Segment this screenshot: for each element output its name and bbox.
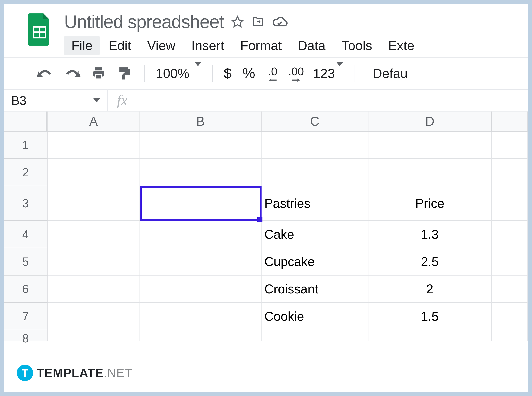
zoom-dropdown[interactable]: 100% xyxy=(152,64,205,83)
row-header-5[interactable]: 5 xyxy=(4,248,47,275)
cell-A6[interactable] xyxy=(47,275,140,303)
document-title[interactable]: Untitled spreadsheet xyxy=(64,11,224,32)
cell-C1[interactable] xyxy=(262,132,368,159)
menu-bar: File Edit View Insert Format Data Tools … xyxy=(64,36,517,55)
menu-format[interactable]: Format xyxy=(233,36,289,55)
cell-B7[interactable] xyxy=(140,303,262,330)
more-formats-dropdown[interactable]: 123 xyxy=(309,64,347,83)
cell-A2[interactable] xyxy=(47,159,140,186)
cell-B2[interactable] xyxy=(140,159,262,186)
watermark-text: TEMPLATE.NET xyxy=(37,366,132,380)
column-header-E[interactable] xyxy=(492,111,528,132)
menu-edit[interactable]: Edit xyxy=(101,36,138,55)
name-box-value: B3 xyxy=(11,93,26,108)
cell-B5[interactable] xyxy=(140,248,262,275)
row-header-6[interactable]: 6 xyxy=(4,275,47,303)
row-header-2[interactable]: 2 xyxy=(4,159,47,186)
sheets-logo[interactable] xyxy=(26,11,53,48)
row-header-7[interactable]: 7 xyxy=(4,303,47,330)
chevron-down-icon xyxy=(195,62,201,81)
cell-D2[interactable] xyxy=(368,159,492,186)
format-currency-button[interactable]: $ xyxy=(220,63,235,83)
cell-E3[interactable] xyxy=(492,186,528,221)
star-icon[interactable] xyxy=(231,16,244,28)
menu-view[interactable]: View xyxy=(140,36,183,55)
redo-button[interactable] xyxy=(59,66,86,81)
row-header-3[interactable]: 3 xyxy=(4,186,47,221)
cell-B3-selected[interactable] xyxy=(140,186,262,221)
cell-E8[interactable] xyxy=(492,330,528,341)
cell-A4[interactable] xyxy=(47,221,140,248)
column-header-A[interactable]: A xyxy=(47,111,140,132)
cell-D5[interactable]: 2.5 xyxy=(368,248,492,275)
toolbar-separator xyxy=(354,65,355,82)
cell-B4[interactable] xyxy=(140,221,262,248)
name-box[interactable]: B3 xyxy=(4,90,108,111)
toolbar: 100% $ % .0 .00 123 Defau xyxy=(4,57,528,90)
cell-E5[interactable] xyxy=(492,248,528,275)
cell-C6[interactable]: Croissant xyxy=(262,275,368,303)
cell-C2[interactable] xyxy=(262,159,368,186)
font-dropdown[interactable]: Defau xyxy=(362,64,411,83)
formula-input[interactable] xyxy=(137,90,528,111)
cell-D3[interactable]: Price xyxy=(368,186,492,221)
cell-B1[interactable] xyxy=(140,132,262,159)
cell-E7[interactable] xyxy=(492,303,528,330)
increase-decimal-button[interactable]: .00 xyxy=(283,63,309,84)
cell-E4[interactable] xyxy=(492,221,528,248)
print-button[interactable] xyxy=(86,64,111,82)
cell-D7[interactable]: 1.5 xyxy=(368,303,492,330)
cell-D1[interactable] xyxy=(368,132,492,159)
cell-A5[interactable] xyxy=(47,248,140,275)
cell-E6[interactable] xyxy=(492,275,528,303)
menu-insert[interactable]: Insert xyxy=(184,36,231,55)
menu-data[interactable]: Data xyxy=(291,36,333,55)
select-all-corner[interactable] xyxy=(4,111,47,132)
chevron-down-icon xyxy=(336,62,343,81)
cell-E1[interactable] xyxy=(492,132,528,159)
row-2: 2 xyxy=(4,159,528,186)
row-header-4[interactable]: 4 xyxy=(4,221,47,248)
cell-C7[interactable]: Cookie xyxy=(262,303,368,330)
paint-format-button[interactable] xyxy=(111,64,137,82)
cell-C3[interactable]: Pastries xyxy=(262,186,368,221)
watermark: T TEMPLATE.NET xyxy=(17,365,132,381)
menu-file[interactable]: File xyxy=(64,36,100,55)
cell-D8[interactable] xyxy=(368,330,492,341)
column-header-C[interactable]: C xyxy=(262,111,368,132)
decrease-decimal-button[interactable]: .0 xyxy=(263,63,283,84)
google-sheets-window: Untitled spreadsheet File Edit View Inse… xyxy=(4,4,528,392)
cell-A1[interactable] xyxy=(47,132,140,159)
svg-marker-3 xyxy=(232,16,243,26)
row-8: 8 xyxy=(4,330,528,341)
menu-extensions[interactable]: Exte xyxy=(381,36,422,55)
cell-A7[interactable] xyxy=(47,303,140,330)
row-5: 5 Cupcake 2.5 xyxy=(4,248,528,275)
row-header-1[interactable]: 1 xyxy=(4,132,47,159)
column-header-D[interactable]: D xyxy=(368,111,492,132)
undo-button[interactable] xyxy=(31,66,59,81)
cell-A3[interactable] xyxy=(47,186,140,221)
cell-C8[interactable] xyxy=(262,330,368,341)
increase-decimal-label: .00 xyxy=(288,65,304,78)
chevron-down-icon xyxy=(93,99,100,102)
cell-B8[interactable] xyxy=(140,330,262,341)
cell-C4[interactable]: Cake xyxy=(262,221,368,248)
format-percent-button[interactable]: % xyxy=(235,63,263,83)
menu-tools[interactable]: Tools xyxy=(334,36,379,55)
row-6: 6 Croissant 2 xyxy=(4,275,528,303)
decrease-decimal-label: .0 xyxy=(268,65,277,78)
cell-D6[interactable]: 2 xyxy=(368,275,492,303)
column-header-B[interactable]: B xyxy=(140,111,262,132)
move-folder-icon[interactable] xyxy=(251,16,265,28)
cell-E2[interactable] xyxy=(492,159,528,186)
toolbar-separator xyxy=(144,65,145,82)
cell-C5[interactable]: Cupcake xyxy=(262,248,368,275)
cloud-status-icon[interactable] xyxy=(272,16,288,28)
cell-D4[interactable]: 1.3 xyxy=(368,221,492,248)
cell-A8[interactable] xyxy=(47,330,140,341)
formula-bar-row: B3 fx xyxy=(4,90,528,111)
row-header-8[interactable]: 8 xyxy=(4,330,47,341)
zoom-value: 100% xyxy=(156,66,189,81)
cell-B6[interactable] xyxy=(140,275,262,303)
